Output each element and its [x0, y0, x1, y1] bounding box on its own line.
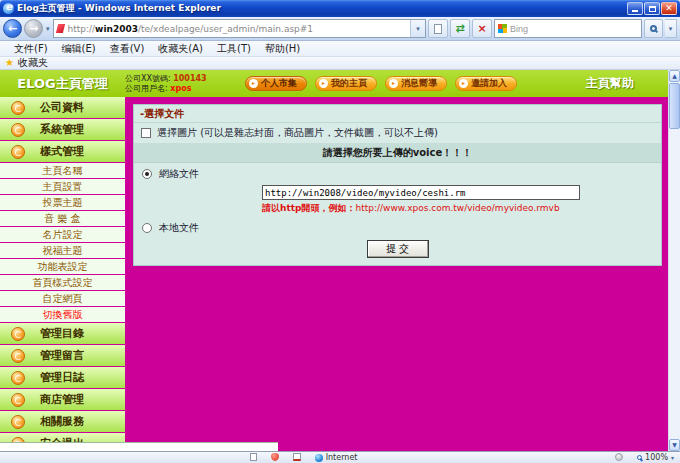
maximize-button[interactable] [644, 2, 660, 15]
status-frame-icon [293, 453, 301, 461]
favorites-label[interactable]: 收藏夹 [18, 56, 48, 70]
stop-button[interactable]: × [472, 19, 492, 38]
sidebar-item-label: 商店管理 [40, 392, 84, 407]
status-shield-icon [271, 453, 279, 461]
select-image-checkbox[interactable] [141, 128, 151, 138]
file-select-panel: -選擇文件 選擇圖片 (可以是雜志封面，商品圖片，文件截圖，可以不上傳) 請選擇… [133, 104, 662, 266]
status-page-icon [250, 453, 257, 461]
url-hint: 請以http開頭，例如：http://www.xpos.com.tw/video… [134, 201, 661, 217]
page-content: ELOG主頁管理 公司XX號碼: 100143 公司用戶名: xpos 个人市集… [0, 70, 680, 451]
scrollbar-track[interactable] [669, 130, 680, 439]
vertical-scrollbar[interactable]: ▲ ▼ [668, 70, 680, 451]
minimize-button[interactable] [627, 2, 643, 15]
company-id-label: 公司XX號碼: [125, 74, 171, 83]
address-bar[interactable]: http://win2003/te/xdealpage/user_admin/m… [53, 19, 426, 38]
url-path: /te/xdealpage/user_admin/main.asp#1 [138, 24, 313, 34]
sidebar-sub-vote-theme[interactable]: 投票主題 [0, 195, 125, 210]
navigation-bar: ← → ▾ http://win2003/te/xdealpage/user_a… [0, 17, 680, 41]
address-dropdown-icon[interactable]: ▾ [410, 20, 425, 37]
sidebar-sub-music-box[interactable]: 音 樂 盒 [0, 211, 125, 226]
search-box[interactable] [494, 19, 642, 38]
sphere-icon [11, 415, 25, 429]
upload-banner: 請選擇您所要上傳的voice！！！ [134, 144, 661, 163]
sidebar: 公司資料 系統管理 樣式管理 主頁名稱 主頁設置 投票主題 音 樂 盒 名片設定… [0, 97, 125, 451]
site-header: ELOG主頁管理 公司XX號碼: 100143 公司用戶名: xpos 个人市集… [0, 70, 668, 97]
sidebar-item-style-mgmt[interactable]: 樣式管理 [0, 141, 125, 162]
search-button[interactable] [644, 19, 663, 38]
sidebar-sub-custom-page[interactable]: 自定網頁 [0, 291, 125, 306]
sidebar-sub-menu-setting[interactable]: 功能表設定 [0, 259, 125, 274]
favorites-star-icon[interactable]: ★ [5, 58, 14, 68]
sidebar-item-company-info[interactable]: 公司資料 [0, 97, 125, 118]
sphere-icon [11, 393, 25, 407]
zoom-dropdown-icon[interactable]: ▾ [671, 454, 674, 461]
sidebar-item-manage-diary[interactable]: 管理日誌 [0, 367, 125, 388]
sidebar-item-label: 管理目錄 [40, 326, 84, 341]
select-image-label: 選擇圖片 (可以是雜志封面，商品圖片，文件截圖，可以不上傳) [157, 126, 438, 140]
nav-button-message-wizard[interactable]: 消息嚮導 [385, 76, 447, 91]
status-circle-icon [615, 453, 623, 461]
sidebar-item-related-services[interactable]: 相關服務 [0, 411, 125, 432]
security-zone: Internet [315, 453, 358, 462]
sidebar-item-label: 公司資料 [40, 100, 84, 115]
zoom-control[interactable]: 100% ▾ [637, 453, 674, 462]
local-file-radio[interactable] [142, 223, 152, 233]
history-dropdown-icon[interactable]: ▾ [45, 25, 51, 33]
sidebar-sub-homepage-setting[interactable]: 主頁設置 [0, 179, 125, 194]
sidebar-item-system-mgmt[interactable]: 系統管理 [0, 119, 125, 140]
sidebar-sub-card-setting[interactable]: 名片設定 [0, 227, 125, 242]
sphere-icon [11, 371, 25, 385]
menu-tools[interactable]: 工具(T) [211, 42, 257, 56]
menu-edit[interactable]: 编辑(E) [56, 42, 102, 56]
panel-title-text: 選擇文件 [144, 108, 184, 119]
zoom-magnifier-icon [637, 455, 642, 460]
header-nav: 个人市集 我的主頁 消息嚮導 邀請加入 [245, 76, 517, 91]
company-user-value: xpos [170, 84, 191, 93]
main-area: -選擇文件 選擇圖片 (可以是雜志封面，商品圖片，文件截圖，可以不上傳) 請選擇… [125, 97, 668, 451]
sidebar-sub-switch-old-version[interactable]: 切換舊版 [0, 307, 125, 322]
sidebar-item-shop-mgmt[interactable]: 商店管理 [0, 389, 125, 410]
refresh-button[interactable]: ⇄ [450, 19, 470, 38]
play-icon [459, 79, 468, 88]
sidebar-item-manage-directory[interactable]: 管理目錄 [0, 323, 125, 344]
site-favicon [55, 24, 64, 33]
homepage-help-link[interactable]: 主頁幫助 [586, 75, 634, 92]
browser-window: Elog主页管理 - Windows Internet Explorer ✕ ←… [0, 0, 680, 463]
scroll-down-icon[interactable]: ▼ [669, 439, 680, 451]
scroll-up-icon[interactable]: ▲ [669, 70, 680, 82]
sidebar-sub-blessing-theme[interactable]: 祝福主題 [0, 243, 125, 258]
menu-view[interactable]: 查看(V) [104, 42, 151, 56]
menu-help[interactable]: 帮助(H) [259, 42, 306, 56]
video-url-input[interactable] [262, 185, 580, 200]
address-url[interactable]: http://win2003/te/xdealpage/user_admin/m… [68, 24, 408, 34]
site-logo: ELOG主頁管理 [0, 75, 125, 93]
sidebar-item-manage-messages[interactable]: 管理留言 [0, 345, 125, 366]
favorites-bar: ★ 收藏夹 [0, 57, 680, 70]
sidebar-sub-homepage-style[interactable]: 首頁樣式設定 [0, 275, 125, 290]
page-icon [434, 24, 442, 34]
search-options-icon[interactable]: ▾ [665, 19, 677, 38]
back-button[interactable]: ← [3, 19, 22, 38]
status-bar: Internet 100% ▾ [0, 451, 680, 463]
url-scheme: http:// [68, 24, 96, 34]
nav-button-personal-market[interactable]: 个人市集 [245, 76, 307, 91]
title-bar: Elog主页管理 - Windows Internet Explorer ✕ [0, 0, 680, 17]
sidebar-sub-homepage-name[interactable]: 主頁名稱 [0, 163, 125, 178]
nav-button-my-homepage[interactable]: 我的主頁 [315, 76, 377, 91]
close-button[interactable]: ✕ [661, 2, 677, 15]
submit-button[interactable]: 提 交 [367, 240, 429, 258]
nav-button-invite[interactable]: 邀請加入 [455, 76, 517, 91]
scrollbar-thumb[interactable] [669, 83, 680, 129]
sidebar-item-label: 管理留言 [40, 348, 84, 363]
search-input[interactable] [510, 24, 638, 34]
network-file-radio[interactable] [142, 169, 152, 179]
panel-title: -選擇文件 [134, 105, 661, 123]
sidebar-item-label: 管理日誌 [40, 370, 84, 385]
local-file-row: 本地文件 [134, 217, 661, 237]
sidebar-item-label: 系統管理 [40, 122, 84, 137]
url-input-row [134, 183, 661, 201]
menu-file[interactable]: 文件(F) [8, 42, 54, 56]
compatibility-view-button[interactable] [428, 19, 448, 38]
menu-favorites[interactable]: 收藏夹(A) [152, 42, 209, 56]
forward-button[interactable]: → [24, 19, 43, 38]
